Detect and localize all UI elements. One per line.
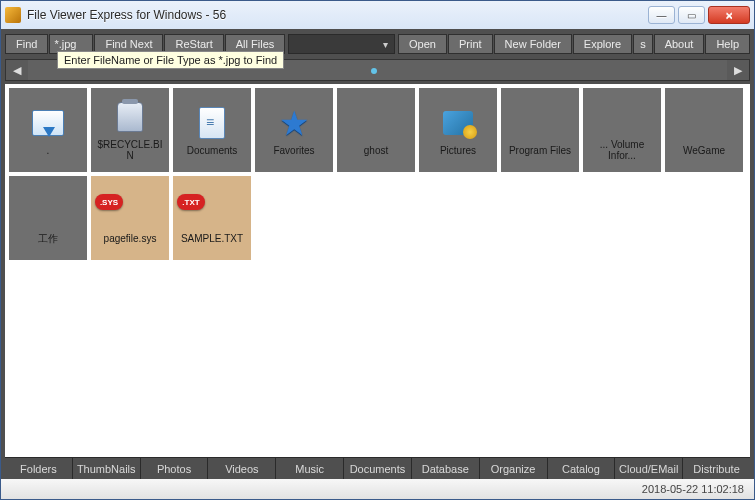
item-icon bbox=[358, 105, 394, 141]
maximize-button[interactable]: ▭ bbox=[678, 6, 705, 24]
bottom-tab-distribute[interactable]: Distribute bbox=[683, 458, 750, 479]
bottom-tab-database[interactable]: Database bbox=[412, 458, 480, 479]
new-folder-button[interactable]: New Folder bbox=[494, 34, 572, 54]
parent-folder-icon bbox=[32, 110, 64, 136]
close-button[interactable]: ✕ bbox=[708, 6, 750, 24]
app-icon bbox=[5, 7, 21, 23]
content-panel: .$RECYCLE.BINDocuments★FavoritesghostPic… bbox=[5, 84, 750, 457]
file-item[interactable]: .TXTSAMPLE.TXT bbox=[173, 176, 251, 260]
folder-item[interactable]: WeGame bbox=[665, 88, 743, 172]
bottom-tab-organize[interactable]: Organize bbox=[480, 458, 548, 479]
folder-item[interactable]: ★Favorites bbox=[255, 88, 333, 172]
item-icon bbox=[30, 193, 66, 229]
main-chrome: Find Find Next ReStart All Files ▾ Open … bbox=[1, 29, 754, 479]
item-icon bbox=[112, 99, 148, 135]
find-button[interactable]: Find bbox=[5, 34, 48, 54]
item-icon: ★ bbox=[276, 105, 312, 141]
bottom-tab-music[interactable]: Music bbox=[276, 458, 344, 479]
open-button[interactable]: Open bbox=[398, 34, 447, 54]
item-label: $RECYCLE.BIN bbox=[94, 139, 166, 161]
recycle-bin-icon bbox=[117, 102, 143, 132]
folder-item[interactable]: . bbox=[9, 88, 87, 172]
item-label: 工作 bbox=[38, 233, 58, 244]
item-icon bbox=[522, 105, 558, 141]
item-icon bbox=[440, 105, 476, 141]
file-type-badge: .TXT bbox=[177, 194, 205, 210]
bottom-tab-cloudemail[interactable]: Cloud/EMail bbox=[615, 458, 683, 479]
pictures-icon bbox=[443, 111, 473, 135]
folder-item[interactable]: Pictures bbox=[419, 88, 497, 172]
item-label: ... Volume Infor... bbox=[586, 139, 658, 161]
bottom-tab-photos[interactable]: Photos bbox=[141, 458, 209, 479]
scroll-right-button[interactable]: ▶ bbox=[727, 60, 749, 80]
scroll-left-button[interactable]: ◀ bbox=[6, 60, 28, 80]
bottom-tab-documents[interactable]: Documents bbox=[344, 458, 412, 479]
thumbnail-grid: .$RECYCLE.BINDocuments★FavoritesghostPic… bbox=[9, 88, 746, 260]
explore-button[interactable]: Explore bbox=[573, 34, 632, 54]
item-icon bbox=[30, 105, 66, 141]
status-datetime: 2018-05-22 11:02:18 bbox=[642, 483, 744, 495]
minimize-button[interactable]: ― bbox=[648, 6, 675, 24]
file-type-badge: .SYS bbox=[95, 194, 123, 210]
item-label: . bbox=[47, 145, 50, 156]
documents-icon bbox=[199, 107, 225, 139]
titlebar[interactable]: File Viewer Express for Windows - 56 ― ▭… bbox=[1, 1, 754, 29]
help-button[interactable]: Help bbox=[705, 34, 750, 54]
s-button[interactable]: s bbox=[633, 34, 653, 54]
bottom-tab-bar: FoldersThumbNailsPhotosVideosMusicDocume… bbox=[5, 457, 750, 479]
about-button[interactable]: About bbox=[654, 34, 705, 54]
star-icon: ★ bbox=[279, 103, 309, 143]
item-label: Pictures bbox=[440, 145, 476, 156]
window-controls: ― ▭ ✕ bbox=[648, 6, 750, 24]
toolbar: Find Find Next ReStart All Files ▾ Open … bbox=[5, 33, 750, 55]
item-label: Favorites bbox=[273, 145, 314, 156]
item-icon bbox=[686, 105, 722, 141]
bottom-tab-catalog[interactable]: Catalog bbox=[548, 458, 616, 479]
folder-item[interactable]: 工作 bbox=[9, 176, 87, 260]
bottom-tab-thumbnails[interactable]: ThumbNails bbox=[73, 458, 141, 479]
chevron-down-icon: ▾ bbox=[383, 39, 388, 50]
item-label: pagefile.sys bbox=[104, 233, 157, 244]
path-dropdown[interactable]: ▾ bbox=[288, 34, 395, 54]
item-label: ghost bbox=[364, 145, 388, 156]
item-label: WeGame bbox=[683, 145, 725, 156]
item-label: SAMPLE.TXT bbox=[181, 233, 243, 244]
file-item[interactable]: .SYSpagefile.sys bbox=[91, 176, 169, 260]
item-label: Documents bbox=[187, 145, 238, 156]
folder-item[interactable]: Program Files bbox=[501, 88, 579, 172]
window-title: File Viewer Express for Windows - 56 bbox=[27, 8, 648, 22]
bottom-tab-folders[interactable]: Folders bbox=[5, 458, 73, 479]
folder-item[interactable]: Documents bbox=[173, 88, 251, 172]
folder-item[interactable]: $RECYCLE.BIN bbox=[91, 88, 169, 172]
item-icon bbox=[194, 105, 230, 141]
folder-item[interactable]: ... Volume Infor... bbox=[583, 88, 661, 172]
find-tooltip: Enter FileName or File Type as *.jpg to … bbox=[57, 51, 284, 69]
folder-item[interactable]: ghost bbox=[337, 88, 415, 172]
status-bar: 2018-05-22 11:02:18 bbox=[1, 479, 754, 499]
scroll-indicator bbox=[371, 68, 377, 74]
bottom-tab-videos[interactable]: Videos bbox=[208, 458, 276, 479]
app-window: File Viewer Express for Windows - 56 ― ▭… bbox=[0, 0, 755, 500]
print-button[interactable]: Print bbox=[448, 34, 493, 54]
item-icon bbox=[604, 99, 640, 135]
item-label: Program Files bbox=[509, 145, 571, 156]
